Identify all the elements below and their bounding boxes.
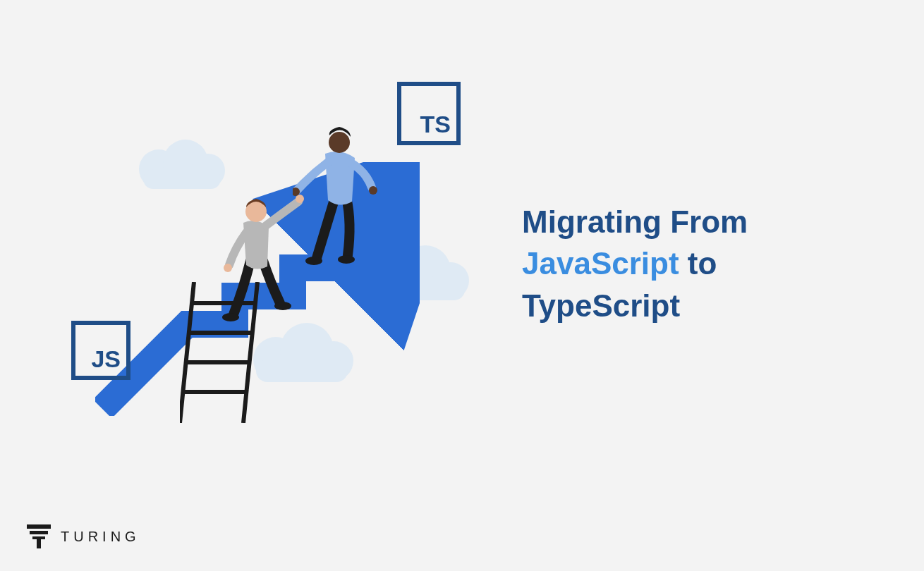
- svg-point-18: [222, 313, 239, 321]
- helper-person-icon: [293, 120, 384, 268]
- svg-point-24: [338, 255, 355, 264]
- svg-point-25: [369, 186, 377, 195]
- headline-accent: JavaScript: [522, 246, 679, 281]
- ts-badge: TS: [397, 82, 461, 145]
- svg-point-27: [329, 132, 350, 153]
- turing-logo: TURING: [27, 524, 140, 548]
- js-badge-label: JS: [91, 345, 121, 373]
- js-badge: JS: [71, 321, 130, 380]
- turing-mark-icon: [27, 524, 51, 548]
- migration-illustration: JS TS: [67, 78, 462, 430]
- headline-pre: Migrating From: [522, 204, 748, 239]
- svg-point-23: [305, 257, 322, 265]
- ts-badge-label: TS: [420, 111, 451, 138]
- svg-point-20: [224, 264, 232, 272]
- svg-point-19: [274, 302, 291, 310]
- svg-rect-31: [37, 536, 41, 548]
- svg-rect-28: [27, 524, 51, 529]
- svg-rect-29: [30, 531, 48, 534]
- turing-wordmark: TURING: [61, 529, 140, 545]
- page-title: Migrating From JavaScript to TypeScript: [522, 201, 853, 326]
